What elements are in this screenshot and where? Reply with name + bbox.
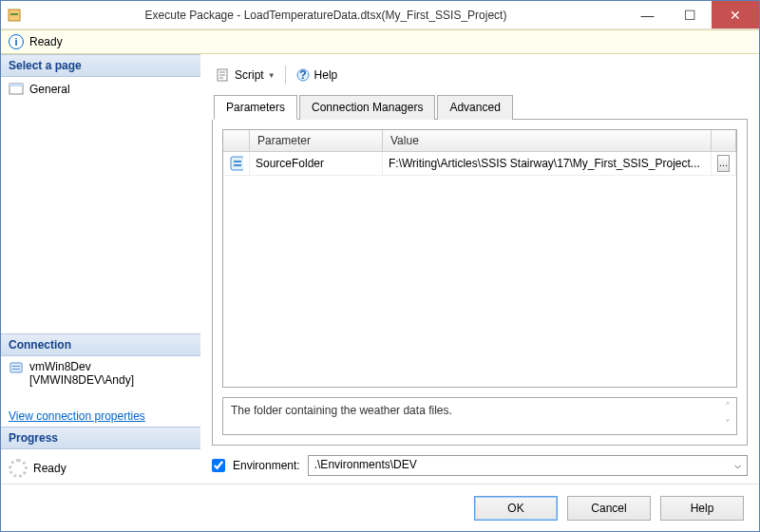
tab-connection-managers[interactable]: Connection Managers bbox=[299, 95, 435, 120]
page-item-general[interactable]: General bbox=[9, 81, 193, 98]
svg-rect-3 bbox=[10, 84, 23, 86]
environment-select[interactable]: .\Environments\DEV bbox=[308, 455, 748, 476]
parameter-browse-cell: … bbox=[712, 152, 736, 175]
svg-rect-12 bbox=[234, 164, 241, 166]
ready-text: Ready bbox=[29, 35, 63, 48]
app-icon bbox=[7, 8, 22, 23]
page-icon bbox=[9, 83, 24, 96]
svg-rect-4 bbox=[10, 363, 22, 372]
grid-header-value[interactable]: Value bbox=[383, 130, 712, 151]
grid-header-icon bbox=[223, 130, 250, 151]
connection-identity: [VMWIN8DEV\Andy] bbox=[29, 373, 134, 387]
scroll-up-icon[interactable]: ˄ bbox=[722, 401, 733, 414]
close-button[interactable]: ✕ bbox=[712, 1, 759, 28]
view-connection-properties-link[interactable]: View connection properties bbox=[9, 409, 193, 423]
tab-strip: Parameters Connection Managers Advanced bbox=[214, 94, 748, 120]
connection-header: Connection bbox=[1, 333, 200, 356]
maximize-button[interactable]: ☐ bbox=[669, 1, 712, 28]
progress-text: Ready bbox=[33, 462, 66, 475]
parameters-grid: Parameter Value SourceFolder F:\Writing\… bbox=[222, 129, 737, 388]
dialog-body: Select a page General Connection vmWin8D… bbox=[1, 54, 759, 484]
tab-advanced[interactable]: Advanced bbox=[437, 95, 512, 120]
environment-checkbox[interactable] bbox=[212, 459, 225, 472]
tab-panel-parameters: Parameter Value SourceFolder F:\Writing\… bbox=[212, 120, 748, 446]
environment-label: Environment: bbox=[233, 459, 300, 472]
environment-value: .\Environments\DEV bbox=[314, 458, 417, 471]
toolbar: Script ▼ ? Help bbox=[212, 62, 748, 94]
server-icon bbox=[9, 360, 24, 375]
sidebar: Select a page General Connection vmWin8D… bbox=[1, 54, 200, 484]
script-icon bbox=[216, 67, 231, 83]
page-list: General bbox=[1, 77, 200, 333]
dialog-window: Execute Package - LoadTemperatureData.dt… bbox=[0, 0, 760, 532]
parameter-name-cell[interactable]: SourceFolder bbox=[250, 152, 383, 175]
grid-header-parameter[interactable]: Parameter bbox=[250, 130, 383, 151]
minimize-button[interactable]: — bbox=[626, 1, 669, 28]
main-panel: Script ▼ ? Help Parameters Connection Ma… bbox=[200, 54, 759, 484]
window-title: Execute Package - LoadTemperatureData.dt… bbox=[26, 9, 626, 22]
dialog-footer: OK Cancel Help bbox=[1, 484, 759, 531]
help-dialog-button[interactable]: Help bbox=[660, 496, 744, 521]
tab-parameters[interactable]: Parameters bbox=[214, 95, 297, 120]
chevron-down-icon: ▼ bbox=[268, 71, 276, 80]
connection-server: vmWin8Dev bbox=[29, 360, 134, 373]
page-label: General bbox=[29, 83, 70, 96]
toolbar-separator bbox=[285, 66, 286, 85]
cancel-button[interactable]: Cancel bbox=[567, 496, 651, 521]
progress-header: Progress bbox=[1, 427, 200, 449]
connection-section: vmWin8Dev [VMWIN8DEV\Andy] View connecti… bbox=[1, 356, 200, 427]
script-button[interactable]: Script ▼ bbox=[212, 66, 279, 85]
parameter-value-cell[interactable]: F:\Writing\Articles\SSIS Stairway\17\My_… bbox=[383, 152, 712, 175]
connection-item: vmWin8Dev [VMWIN8DEV\Andy] bbox=[9, 360, 193, 387]
help-icon: ? bbox=[295, 67, 311, 83]
svg-text:?: ? bbox=[299, 68, 306, 82]
script-label: Script bbox=[235, 68, 264, 82]
svg-rect-11 bbox=[234, 161, 241, 162]
svg-rect-1 bbox=[10, 13, 18, 15]
svg-rect-6 bbox=[12, 369, 20, 370]
help-button[interactable]: ? Help bbox=[292, 66, 342, 85]
svg-rect-5 bbox=[12, 366, 20, 367]
browse-button[interactable]: … bbox=[717, 155, 730, 172]
description-scrollbar[interactable]: ˄˅ bbox=[722, 401, 733, 431]
select-page-header: Select a page bbox=[1, 54, 200, 77]
grid-header: Parameter Value bbox=[223, 130, 736, 152]
environment-row: Environment: .\Environments\DEV bbox=[212, 455, 748, 476]
progress-section: Ready bbox=[1, 449, 200, 484]
description-text: The folder containing the weather data f… bbox=[231, 404, 452, 417]
window-controls: — ☐ ✕ bbox=[626, 1, 759, 28]
ok-button[interactable]: OK bbox=[474, 496, 558, 521]
grid-row[interactable]: SourceFolder F:\Writing\Articles\SSIS St… bbox=[223, 152, 736, 176]
help-label: Help bbox=[314, 68, 338, 82]
svg-rect-10 bbox=[231, 157, 243, 170]
parameter-icon bbox=[223, 152, 250, 175]
progress-spinner-icon bbox=[9, 459, 28, 478]
scroll-down-icon[interactable]: ˅ bbox=[722, 418, 733, 431]
titlebar: Execute Package - LoadTemperatureData.dt… bbox=[1, 1, 759, 29]
description-box: The folder containing the weather data f… bbox=[222, 397, 737, 435]
grid-header-action bbox=[712, 130, 736, 151]
ready-banner: i Ready bbox=[1, 29, 759, 54]
info-icon: i bbox=[9, 34, 24, 49]
